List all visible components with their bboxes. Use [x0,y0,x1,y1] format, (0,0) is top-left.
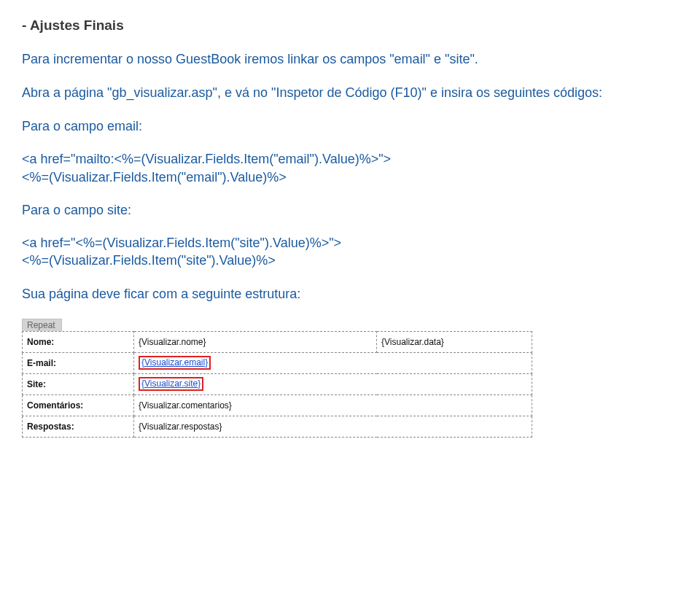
preview-table: Nome: {Visualizar.nome} {Visualizar.data… [22,331,532,438]
placeholder-comentarios: {Visualizar.comentarios} [139,400,232,411]
placeholder-data: {Visualizar.data} [381,337,444,347]
cell-value-data: {Visualizar.data} [377,331,532,352]
table-row: Respostas: {Visualizar.respostas} [23,416,532,437]
cell-label-nome: Nome: [23,331,134,352]
code-site-line1: <a href="<%=(Visualizar.Fields.Item("sit… [22,234,678,252]
cell-value-site: {Visualizar.site} [134,373,532,395]
highlight-box-site: {Visualizar.site} [139,377,203,392]
cell-value-respostas: {Visualizar.respostas} [134,416,532,437]
cell-label-site: Site: [23,373,134,395]
intro-paragraph-2: Abra a página "gb_visualizar.asp", e vá … [22,83,678,102]
repeat-region-tab[interactable]: Repeat [22,319,62,331]
closing-paragraph: Sua página deve ficar com a seguinte est… [22,284,678,303]
cell-value-comentarios: {Visualizar.comentarios} [134,395,532,416]
table-row: Nome: {Visualizar.nome} {Visualizar.data… [23,331,532,352]
intro-paragraph-1: Para incrementar o nosso GuestBook iremo… [22,50,678,69]
code-email-line1: <a href="mailto:<%=(Visualizar.Fields.It… [22,150,678,168]
cell-value-email: {Visualizar.email} [134,352,532,373]
cell-label-comentarios: Comentários: [23,395,134,416]
cell-label-email: E-mail: [23,352,134,373]
cell-value-nome: {Visualizar.nome} [134,331,377,352]
highlight-box-email: {Visualizar.email} [139,356,211,370]
placeholder-respostas: {Visualizar.respostas} [139,421,222,432]
label-email-field: Para o campo email: [22,117,678,136]
placeholder-site-link[interactable]: {Visualizar.site} [141,378,201,389]
code-email-line2: <%=(Visualizar.Fields.Item("email").Valu… [22,168,678,186]
placeholder-nome: {Visualizar.nome} [139,337,206,347]
structure-preview: Repeat Nome: {Visualizar.nome} {Visualiz… [22,318,678,438]
section-heading: - Ajustes Finais [22,18,678,34]
code-site-line2: <%=(Visualizar.Fields.Item("site").Value… [22,252,678,269]
cell-label-respostas: Respostas: [23,416,134,437]
table-row: Comentários: {Visualizar.comentarios} [23,395,532,416]
table-row: E-mail: {Visualizar.email} [23,352,532,373]
placeholder-email-link[interactable]: {Visualizar.email} [141,357,208,368]
table-row: Site: {Visualizar.site} [23,373,532,395]
label-site-field: Para o campo site: [22,201,678,219]
